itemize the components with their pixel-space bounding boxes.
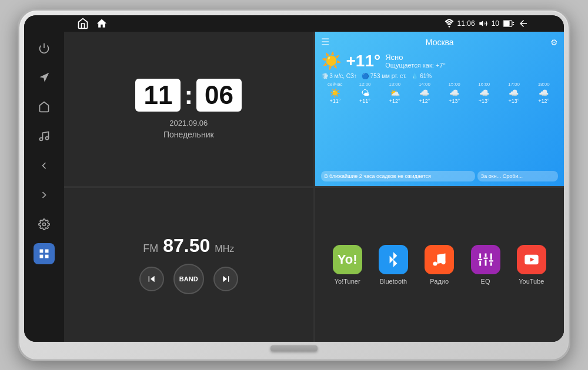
status-bar-nav xyxy=(77,18,108,29)
svg-marker-1 xyxy=(479,21,483,26)
clock-digits: 11 : 06 xyxy=(135,79,242,112)
svg-marker-15 xyxy=(151,276,155,282)
radio-app-label: Радио xyxy=(430,278,449,285)
sidebar-navigation[interactable] xyxy=(34,67,55,88)
svg-point-0 xyxy=(448,26,450,28)
eq-icon xyxy=(471,245,500,274)
youtube-icon xyxy=(517,245,546,274)
weather-bottom-card1: В ближайшие 2 часа осадков не ожидается xyxy=(321,171,475,181)
device-frame: 11:06 10 xyxy=(18,9,570,361)
weather-city: Москва xyxy=(426,38,454,47)
main-content: 11 : 06 2021.09.06 Понедельник ☰ Москва … xyxy=(24,32,564,342)
app-youtube[interactable]: YouTube xyxy=(517,245,546,285)
svg-point-19 xyxy=(433,261,437,265)
status-bar-right: 11:06 10 xyxy=(445,18,529,29)
svg-point-10 xyxy=(43,223,46,226)
status-time: 11:06 xyxy=(457,19,475,28)
volume-level: 10 xyxy=(492,19,499,28)
weather-temperature: +11° xyxy=(346,52,381,70)
svg-point-9 xyxy=(46,137,49,140)
eq-label: EQ xyxy=(481,278,490,285)
forecast-1300: 13:00 ⛅ +12° xyxy=(380,82,409,169)
sidebar-back-left[interactable] xyxy=(34,155,55,176)
weather-humidity: 💧 61% xyxy=(411,73,432,79)
widget-grid: 11 : 06 2021.09.06 Понедельник ☰ Москва … xyxy=(64,32,564,342)
bottom-handle xyxy=(270,345,318,351)
weather-forecast-row: сейчас ☀️ +11° 12:00 🌤 +11° 13:00 ⛅ xyxy=(321,82,559,169)
forecast-1500: 15:00 ☁️ +13° xyxy=(440,82,469,169)
svg-rect-12 xyxy=(45,250,49,253)
clock-widget: 11 : 06 2021.09.06 Понедельник xyxy=(64,32,313,186)
app-eq[interactable]: EQ xyxy=(471,245,500,285)
svg-point-8 xyxy=(40,138,43,141)
radio-frequency-number: 87.50 xyxy=(163,235,210,257)
youtube-label: YouTube xyxy=(519,278,544,285)
svg-marker-7 xyxy=(40,73,49,82)
back-icon[interactable] xyxy=(518,18,529,29)
home-nav-icon[interactable] xyxy=(77,18,89,29)
apps-widget: Yo! Yo!Tuner Bluetooth xyxy=(315,188,564,342)
weather-settings-icon[interactable]: ⚙ xyxy=(550,38,558,47)
radio-frequency-display: FM 87.50 MHz xyxy=(143,235,234,257)
weather-bottom-card2: За окн... Сроби... xyxy=(477,171,558,181)
weather-widget[interactable]: ☰ Москва ⚙ ☀️ +11° Ясно Ощущается как: +… xyxy=(315,32,564,186)
forecast-1700: 17:00 ☁️ +13° xyxy=(500,82,529,169)
sidebar-grid[interactable] xyxy=(34,243,55,264)
weather-main: ☀️ +11° Ясно Ощущается как: +7° xyxy=(321,51,559,70)
clock-minute: 06 xyxy=(196,79,242,112)
weather-header: ☰ Москва ⚙ xyxy=(321,36,559,48)
radio-prev-button[interactable] xyxy=(139,267,164,291)
clock-day: Понедельник xyxy=(163,130,214,139)
weather-stats: 💨 3 м/с, СЗ↑ 🔵 753 мм рт. ст. 💧 61% xyxy=(321,73,559,79)
app-radio[interactable]: Радио xyxy=(425,245,454,285)
weather-sun-icon: ☀️ xyxy=(321,51,342,70)
forecast-1400: 14:00 ☁️ +12° xyxy=(410,82,439,169)
sidebar-music[interactable] xyxy=(34,126,55,147)
clock-date: 2021.09.06 xyxy=(169,119,208,127)
radio-band-button[interactable]: BAND xyxy=(173,264,204,294)
sidebar-power[interactable] xyxy=(34,38,55,59)
radio-icon xyxy=(425,245,454,274)
forecast-1600: 16:00 ☁️ +13° xyxy=(470,82,499,169)
sidebar-settings[interactable] xyxy=(34,214,55,235)
weather-feels-like: Ощущается как: +7° xyxy=(385,62,446,69)
radio-controls: BAND xyxy=(139,264,238,294)
yotuner-icon: Yo! xyxy=(333,245,362,274)
app-bluetooth[interactable]: Bluetooth xyxy=(379,245,408,285)
bluetooth-icon xyxy=(379,245,408,274)
radio-widget: FM 87.50 MHz BAND xyxy=(64,188,313,342)
volume-icon xyxy=(479,19,488,28)
app-yotuner[interactable]: Yo! Yo!Tuner xyxy=(333,245,362,285)
sidebar-back-right[interactable] xyxy=(34,184,55,206)
forecast-now: сейчас ☀️ +11° xyxy=(321,82,350,169)
weather-description: Ясно Ощущается как: +7° xyxy=(385,53,446,69)
weather-menu-icon[interactable]: ☰ xyxy=(321,36,329,48)
weather-condition: Ясно xyxy=(385,53,446,62)
svg-marker-17 xyxy=(223,276,227,282)
screen-area: 11:06 10 xyxy=(24,15,564,342)
radio-next-button[interactable] xyxy=(213,267,238,291)
bluetooth-label: Bluetooth xyxy=(380,278,407,285)
yotuner-label: Yo!Tuner xyxy=(335,278,360,285)
svg-rect-13 xyxy=(40,255,44,258)
clock-colon: : xyxy=(184,80,193,110)
svg-rect-3 xyxy=(504,21,510,26)
svg-rect-14 xyxy=(45,255,49,258)
left-sidebar xyxy=(24,32,64,342)
radio-band-label: FM xyxy=(143,243,158,255)
svg-rect-11 xyxy=(40,250,44,253)
weather-bottom: В ближайшие 2 часа осадков не ожидается … xyxy=(321,171,559,181)
status-bar: 11:06 10 xyxy=(24,15,564,32)
house-nav-icon[interactable] xyxy=(96,18,108,29)
weather-pressure: 🔵 753 мм рт. ст. xyxy=(362,73,406,79)
radio-unit-label: MHz xyxy=(215,244,234,254)
weather-wind: 💨 3 м/с, СЗ↑ xyxy=(321,73,357,79)
wifi-icon xyxy=(445,19,454,28)
forecast-1200: 12:00 🌤 +11° xyxy=(350,82,379,169)
forecast-1800: 18:00 ☁️ +12° xyxy=(529,82,558,169)
sidebar-home[interactable] xyxy=(34,96,55,117)
battery-icon xyxy=(503,19,514,28)
svg-point-20 xyxy=(442,260,446,264)
clock-hour: 11 xyxy=(135,79,181,112)
